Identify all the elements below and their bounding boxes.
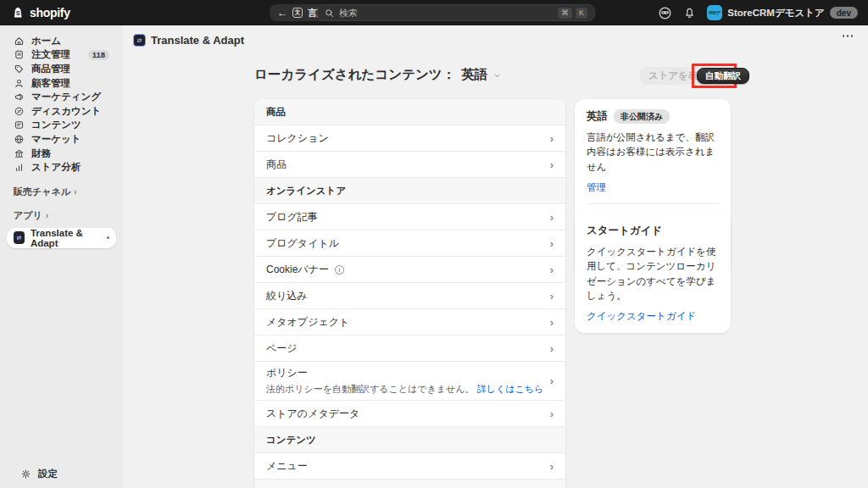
app-header: ⇄ Translate & Adapt: [133, 34, 244, 47]
sidebar-item-label: ストア分析: [31, 161, 81, 174]
sidebar-item-label: 設定: [38, 468, 58, 480]
list-item-label: ブログタイトル: [266, 236, 339, 251]
page-title-prefix: ローカライズされたコンテンツ：: [254, 66, 455, 84]
list-item-label: ストアのメタデータ: [266, 407, 359, 421]
topbar-right: RMデ StoreCRMデモストア dev: [658, 0, 858, 25]
chevron-down-icon[interactable]: [493, 72, 501, 80]
sidebar-item-label: マーケティング: [31, 91, 101, 103]
list-item-label: メニュー: [266, 459, 308, 474]
sidebar-item-analytics[interactable]: ストア分析: [7, 160, 116, 175]
dev-badge: dev: [830, 7, 858, 19]
sidebar-item-marketing[interactable]: マーケティング: [7, 90, 116, 104]
chevron-right-icon: ›: [550, 238, 554, 249]
search-shortcut: ⌘ K: [558, 8, 587, 19]
sidebar-item-label: コンテンツ: [31, 119, 81, 131]
store-avatar: RMデ: [707, 5, 722, 20]
list-item-products[interactable]: 商品 ›: [254, 152, 565, 178]
list-item-policies[interactable]: ポリシー 法的ポリシーを自動翻訳することはできません。 詳しくはこちら ›: [254, 362, 565, 401]
content-icon: [14, 119, 25, 130]
list-item-label: コレクション: [266, 131, 329, 146]
sidebar-item-customers[interactable]: 顧客管理: [7, 76, 116, 91]
sidebar-item-label: 商品管理: [31, 63, 70, 75]
main-content: ⇄ Translate & Adapt ローカライズされたコンテンツ： 英語 ス…: [123, 25, 868, 488]
sidebar-item-translate-adapt[interactable]: ⇄ Translate & Adapt: [7, 228, 116, 248]
discount-icon: [14, 106, 25, 117]
notifications-bell-icon[interactable]: [683, 7, 696, 19]
person-icon: [14, 78, 25, 89]
sidebar-item-orders[interactable]: 注文管理 118: [7, 48, 116, 63]
shopify-logo[interactable]: S shopify: [11, 0, 70, 25]
list-item-menus[interactable]: メニュー ›: [254, 453, 565, 480]
bar-chart-icon: [14, 162, 25, 173]
auto-translate-button[interactable]: 自動翻訳: [697, 68, 749, 84]
page-title: ローカライズされたコンテンツ： 英語: [254, 66, 501, 84]
list-item-label: 商品: [266, 158, 287, 172]
language-selector-value[interactable]: 英語: [461, 66, 487, 84]
policy-note: 法的ポリシーを自動翻訳することはできません。: [266, 384, 475, 394]
sidebar-item-label: ディスカウント: [31, 105, 101, 118]
guide-card-title: スタートガイド: [587, 224, 719, 238]
search-input[interactable]: 検索 ⌘ K: [317, 4, 595, 21]
chevron-right-icon: ›: [74, 186, 77, 197]
store-menu[interactable]: RMデ StoreCRMデモストア dev: [707, 5, 858, 20]
cmd-key: ⌘: [558, 8, 572, 19]
list-item-blog-titles[interactable]: ブログタイトル ›: [254, 230, 565, 257]
globe-icon: [14, 134, 25, 145]
k-key: K: [576, 8, 587, 19]
sidebar: ホーム 注文管理 118 商品管理 顧客管理 マーケティング ディスカウント コ…: [0, 25, 123, 488]
chevron-right-icon: ›: [550, 343, 554, 354]
svg-text:S: S: [16, 9, 20, 17]
section-header-content: コンテンツ: [254, 427, 565, 453]
tag-icon: [14, 64, 25, 75]
search-placeholder: 検索: [339, 7, 358, 19]
info-icon[interactable]: i: [335, 265, 344, 274]
sidebar-section-sales-channels[interactable]: 販売チャネル ›: [14, 186, 109, 198]
app-title: Translate & Adapt: [151, 34, 244, 47]
chevron-right-icon: ›: [550, 408, 554, 419]
sidebar-item-discounts[interactable]: ディスカウント: [7, 104, 116, 119]
list-item-label: ページ: [266, 341, 298, 356]
megaphone-icon: [14, 92, 25, 103]
start-guide-card: スタートガイド クイックスタートガイドを使用して、コンテンツローカリゼーションの…: [575, 214, 731, 333]
list-item-collections[interactable]: コレクション ›: [254, 125, 565, 152]
sidebar-item-settings[interactable]: 設定: [14, 467, 109, 481]
sidebar-item-home[interactable]: ホーム: [7, 34, 116, 48]
chevron-right-icon: ›: [550, 291, 554, 302]
chevron-right-icon: ›: [550, 317, 554, 328]
chevron-right-icon: ›: [550, 375, 554, 386]
list-item-cookie-banner[interactable]: Cookieバナー i ›: [254, 257, 565, 283]
sidebar-item-finance[interactable]: 財務: [7, 147, 116, 161]
list-item-blog-posts[interactable]: ブログ記事 ›: [254, 204, 565, 230]
guide-card-description: クイックスタートガイドを使用して、コンテンツローカリゼーションのすべてを学びまし…: [587, 245, 719, 303]
store-name: StoreCRMデモストア: [727, 7, 824, 19]
list-item-label: Cookieバナー: [266, 263, 329, 277]
learn-more-link[interactable]: 詳しくはこちら: [477, 384, 544, 394]
sidebar-item-markets[interactable]: マーケット: [7, 132, 116, 147]
list-item-label: ブログ記事: [266, 210, 318, 225]
sidebar-item-label: 顧客管理: [31, 77, 70, 90]
quick-start-guide-link[interactable]: クイックスタートガイド: [587, 310, 696, 323]
list-item-pages[interactable]: ページ ›: [254, 336, 565, 362]
back-arrow-icon[interactable]: ←: [277, 7, 287, 19]
sidekick-icon[interactable]: [658, 6, 672, 20]
sidebar-section-apps[interactable]: アプリ ›: [14, 209, 109, 222]
sales-channels-label: 販売チャネル: [14, 186, 70, 198]
chevron-right-icon: ›: [550, 461, 554, 472]
chevron-right-icon: ›: [550, 159, 554, 170]
more-options-icon[interactable]: [843, 35, 854, 37]
localized-content-list: 商品 コレクション › 商品 › オンラインストア ブログ記事 › ブログタイト…: [254, 99, 565, 488]
sidebar-item-content[interactable]: コンテンツ: [7, 119, 116, 133]
section-header-products: 商品: [254, 99, 565, 125]
search-icon: [325, 8, 334, 18]
orders-count-badge: 118: [88, 50, 109, 60]
list-item-label: ポリシー: [266, 366, 543, 380]
sidebar-item-products[interactable]: 商品管理: [7, 62, 116, 76]
list-item-store-metadata[interactable]: ストアのメタデータ ›: [254, 401, 565, 427]
chevron-right-icon: ›: [550, 212, 554, 223]
manage-link[interactable]: 管理: [587, 181, 606, 194]
list-item-label: メタオブジェクト: [266, 315, 349, 330]
orders-icon: [14, 49, 25, 60]
apps-label: アプリ: [14, 209, 42, 222]
list-item-metaobjects[interactable]: メタオブジェクト ›: [254, 309, 565, 336]
list-item-filters[interactable]: 絞り込み ›: [254, 283, 565, 309]
